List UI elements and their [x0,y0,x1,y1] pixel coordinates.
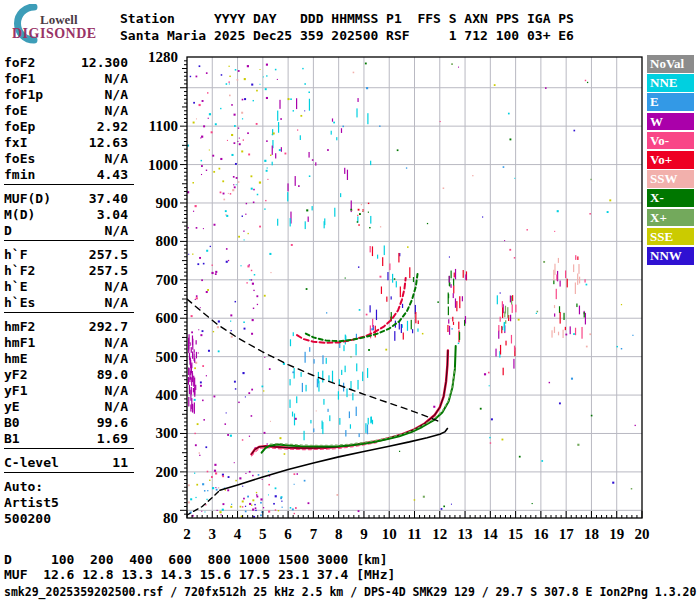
param-row-foEs: foEsN/A [4,151,128,166]
legend-item-X-: X- [647,189,694,207]
x-axis-label: 10 [382,526,397,542]
param-row-yF1: yF1N/A [4,383,128,398]
param-row-foF1p: foF1pN/A [4,87,128,102]
param-row-MUF(D): MUF(D)37.40 [4,191,128,206]
y-axis-label: 300 [156,425,179,441]
y-axis-label: 700 [156,272,179,288]
auto-line: 500200 [4,511,128,526]
x-axis-label: 11 [407,526,421,542]
legend-item-NNE: NNE [647,74,694,92]
param-label: h`E [4,279,27,294]
param-label: fmin [4,167,35,182]
param-label: foF1 [4,71,35,86]
param-value: 257.5 [89,247,128,262]
param-label: h`F [4,247,27,262]
axis-labels: 1280110010009008007006005004003002008023… [148,49,650,542]
param-label: yF1 [4,383,27,398]
auto-line: Auto: [4,479,128,494]
param-row-D: DN/A [4,223,128,238]
param-row-yF2: yF289.0 [4,367,128,382]
param-row-foE: foEN/A [4,103,128,118]
legend-item-SSW: SSW [647,170,694,188]
traces [186,274,456,516]
x-axis-label: 12 [432,526,447,542]
param-label: C-level [4,455,59,470]
param-value: N/A [105,279,128,294]
param-row-fmin: fmin4.43 [4,167,128,182]
legend-item-X+: X+ [647,209,694,227]
legend-item-SSE: SSE [647,228,694,246]
legend-item-W: W [647,113,694,131]
param-row-M(D): M(D)3.04 [4,207,128,222]
y-axis-label: 1100 [149,118,178,134]
param-label: hmF1 [4,335,35,350]
param-row-foEp: foEp2.92 [4,119,128,134]
param-label: foEs [4,151,35,166]
param-value: 257.5 [89,263,128,278]
param-row-h`E: h`EN/A [4,279,128,294]
param-label: yF2 [4,367,27,382]
ionogram-window: Lowell DIGISONDE Station YYYY DAY DDD HH… [0,0,700,600]
param-value: 292.7 [89,319,128,334]
param-value: 3.04 [97,207,128,222]
param-divider [4,184,134,185]
legend-item-Vo-: Vo- [647,132,694,150]
x-axis-label: 5 [259,526,267,542]
x-axis-label: 8 [335,526,343,542]
auto-line: Artist5 [4,495,128,510]
y-axis-label: 1280 [148,49,178,65]
x-axis-label: 18 [584,526,599,542]
param-label: yE [4,399,20,414]
x-axis-label: 14 [483,526,499,542]
param-value: 37.40 [89,191,128,206]
footer-file-line: smk29_2025359202500.rsf / 720fx512h 25 k… [4,585,696,600]
x-axis-label: 2 [183,526,191,542]
param-label: D [4,223,12,238]
param-label: MUF(D) [4,191,51,206]
param-row-B1: B11.69 [4,431,128,446]
x-axis-label: 6 [284,526,292,542]
param-value: 1.69 [97,431,128,446]
y-axis-label: 500 [156,349,179,365]
param-label: h`F2 [4,263,35,278]
param-value: 2.92 [97,119,128,134]
param-value: N/A [105,87,128,102]
param-value: N/A [105,103,128,118]
true-height-profile [220,429,448,491]
param-label: h`Es [4,295,35,310]
param-row-foF1: foF1N/A [4,71,128,86]
param-divider [4,448,134,449]
x-axis-label: 19 [609,526,624,542]
param-value: 99.6 [97,415,128,430]
footer-muf-line: MUF 12.6 12.8 13.3 14.3 15.6 17.5 23.1 3… [4,567,395,582]
param-row-fxI: fxI12.63 [4,135,128,150]
x-axis-label: 20 [635,526,650,542]
param-row-B0: B099.6 [4,415,128,430]
param-label: B0 [4,415,20,430]
param-value: N/A [105,351,128,366]
legend-item-NoVal: NoVal [647,55,694,73]
legend-item-NNW: NNW [647,247,694,265]
param-label: foF1p [4,87,43,102]
profile-extrapolated-low [186,490,220,515]
param-row-hmF2: hmF2292.7 [4,319,128,334]
x-axis-label: 9 [360,526,368,542]
gridlines [187,57,642,518]
param-value: N/A [105,71,128,86]
header-line-1: Station YYYY DAY DDD HHMMSS P1 FFS S AXN… [120,10,574,27]
F2-O-mode-trace-core [252,351,448,455]
x-axis-label: 15 [508,526,523,542]
param-value: 89.0 [97,367,128,382]
param-value: N/A [105,223,128,238]
param-divider [4,472,134,473]
param-label: foE [4,103,27,118]
param-row-C-level: C-level11 [4,455,128,470]
header-line-2: Santa Maria 2025 Dec25 359 202500 RSF 1 … [120,27,574,44]
param-row-h`F2: h`F2257.5 [4,263,128,278]
x-axis-label: 3 [209,526,217,542]
param-value: 11 [112,455,128,470]
y-axis-label: 1000 [148,157,178,173]
x-axis-label: 4 [234,526,242,542]
legend-item-E: E [647,93,694,111]
param-row-h`F: h`F257.5 [4,247,128,262]
